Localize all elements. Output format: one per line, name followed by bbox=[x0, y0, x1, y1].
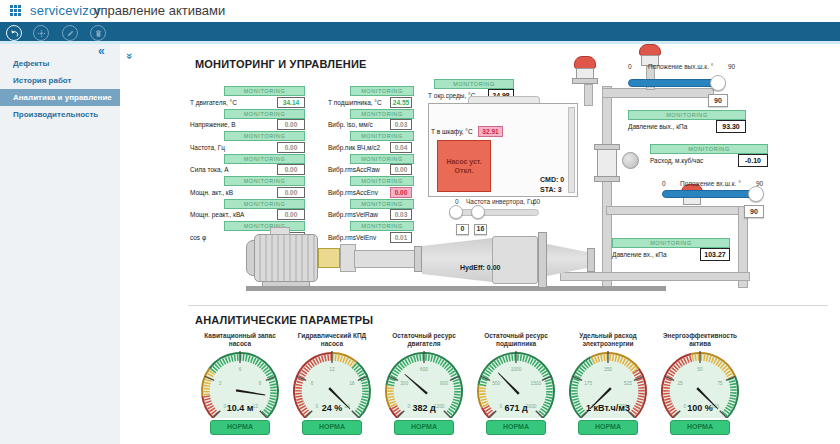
toolbar-strip bbox=[0, 41, 840, 44]
gauge-title: Остаточный ресурсдвигателя bbox=[378, 332, 470, 351]
pump-volute-cone bbox=[422, 238, 492, 282]
monitoring-label: Мощн. акт., кВ bbox=[190, 189, 233, 196]
gauge-title: Удельный расходэлектроэнергии bbox=[562, 332, 654, 351]
apps-grid-icon[interactable] bbox=[10, 5, 22, 17]
sidebar-collapse-icon[interactable]: « bbox=[98, 44, 105, 58]
monitoring-header: MONITORING bbox=[350, 221, 414, 231]
gauge-value: 100 % bbox=[687, 403, 713, 413]
in-pressure-block: MONITORING Давление вх., кПа 103.27 bbox=[612, 238, 730, 260]
gauge-title: Гидравлический КПДнасоса bbox=[286, 332, 378, 351]
monitoring-tile: MONITORINGНапряжение, В0.00 bbox=[190, 109, 305, 131]
inverter-setpoint-1[interactable]: 0 bbox=[456, 224, 469, 235]
cabinet-temp-label: Т в шкафу, °С bbox=[431, 128, 473, 135]
monitoring-label: Мощн. реакт., кВА bbox=[190, 211, 244, 218]
in-pressure-value: 103.27 bbox=[700, 248, 730, 261]
inverter-slider-track[interactable] bbox=[453, 209, 539, 216]
gauge-dial: 0255075100100 % bbox=[654, 351, 746, 431]
monitoring-header: MONITORING bbox=[224, 176, 305, 186]
monitoring-header: MONITORING bbox=[350, 199, 414, 209]
inverter-slider-knob-1[interactable] bbox=[449, 205, 463, 219]
svg-text:18: 18 bbox=[349, 381, 355, 386]
panel-collapse-icon[interactable]: » bbox=[124, 53, 136, 59]
monitoring-label: Напряжение, В bbox=[190, 121, 236, 128]
in-slider-min: 0 bbox=[662, 180, 666, 187]
monitoring-value: 0.00 bbox=[277, 164, 305, 175]
monitoring-column-vibration: MONITORINGТ подшипника, °С24.55MONITORIN… bbox=[328, 86, 412, 244]
cabinet-temp-row: Т в шкафу, °С 32.91 bbox=[431, 125, 503, 137]
out-slider-min: 0 bbox=[628, 63, 632, 70]
gauge-value: 1 кВт.ч/м3 bbox=[586, 403, 630, 413]
gauge-dial: 0612182424 % bbox=[286, 351, 378, 431]
monitoring-label: Вибр.rmsAccRaw bbox=[328, 166, 380, 173]
monitoring-tile: MONITORINGТ подшипника, °С24.55 bbox=[328, 86, 412, 108]
out-slider-value[interactable]: 90 bbox=[708, 94, 728, 107]
monitoring-value: 0.03 bbox=[390, 119, 412, 130]
monitoring-label: Вибр.rmsVelEnv bbox=[328, 234, 376, 241]
svg-text:0: 0 bbox=[683, 404, 686, 409]
monitoring-header: MONITORING bbox=[650, 144, 768, 154]
monitoring-header: MONITORING bbox=[350, 176, 414, 186]
inverter-label: Частота инвертора, Гц bbox=[466, 198, 534, 205]
monitoring-header: MONITORING bbox=[350, 109, 414, 119]
out-pressure-block: MONITORING Давление вых., кПа 93.30 bbox=[628, 110, 746, 132]
pump-shaft-tube bbox=[354, 250, 416, 268]
monitoring-value: 0.01 bbox=[390, 232, 412, 243]
gauge-2: Остаточный ресурсдвигателя03006009001200… bbox=[378, 332, 470, 435]
gauge-status-badge: НОРМА bbox=[670, 420, 730, 435]
gauge-value: 10.4 м bbox=[227, 403, 254, 413]
pipe-discharge-top bbox=[602, 88, 714, 98]
pump-flange-1 bbox=[414, 246, 422, 272]
pump-casing bbox=[492, 236, 538, 284]
app-window: servicevizor· управление активами Дефект… bbox=[0, 0, 840, 444]
electric-motor bbox=[254, 234, 318, 282]
monitoring-tile: MONITORINGМощн. акт., кВ0.00 bbox=[190, 176, 305, 198]
in-slider-label: Положение вх.ш.к. ° bbox=[680, 180, 741, 187]
motor-terminal-box bbox=[270, 227, 290, 235]
gauge-3: Остаточный ресурсподшипника0500100015002… bbox=[470, 332, 562, 435]
gauge-1: Гидравлический КПДнасоса0612182424 %НОРМ… bbox=[286, 332, 378, 435]
sidebar-item-1[interactable]: История работ bbox=[0, 72, 120, 89]
out-slider-track[interactable] bbox=[628, 79, 716, 87]
gauge-4: Удельный расходэлектроэнергии01753505257… bbox=[562, 332, 654, 435]
svg-text:500: 500 bbox=[492, 381, 500, 386]
monitoring-header: MONITORING bbox=[350, 154, 414, 164]
monitoring-label: Вибр.rmsVelRaw bbox=[328, 211, 378, 218]
monitoring-tile: MONITORINGВибр.rmsVelRaw0.03 bbox=[328, 199, 412, 221]
out-slider-max: 90 bbox=[728, 63, 735, 70]
sidebar: ДефектыИстория работАналитика и управлен… bbox=[0, 44, 120, 444]
in-slider-track[interactable] bbox=[662, 190, 754, 198]
edit-button[interactable] bbox=[62, 25, 78, 41]
inverter-setpoint-2[interactable]: 16 bbox=[474, 224, 487, 235]
inverter-slider-knob-2[interactable] bbox=[471, 205, 485, 219]
gauge-status-badge: НОРМА bbox=[486, 420, 546, 435]
back-button[interactable] bbox=[6, 25, 22, 41]
flow-label: Расход, м.куб/час bbox=[650, 157, 703, 164]
pump-status-alarm-box: Насос уст. Откл. bbox=[437, 140, 491, 192]
pipe-discharge-vertical bbox=[602, 86, 612, 288]
app-header: servicevizor· управление активами bbox=[0, 0, 840, 22]
motor-foot bbox=[262, 281, 310, 287]
monitoring-label: Сила тока, А bbox=[190, 166, 229, 173]
monitoring-label: Частота, Гц bbox=[190, 144, 225, 151]
in-slider-value[interactable]: 90 bbox=[744, 205, 764, 218]
gauge-status-badge: НОРМА bbox=[302, 420, 362, 435]
monitoring-tile: MONITORINGТ двигателя, °С34.14 bbox=[190, 86, 305, 108]
svg-text:175: 175 bbox=[584, 381, 592, 386]
monitoring-value: 0.03 bbox=[390, 209, 412, 220]
monitoring-header: MONITORING bbox=[224, 221, 305, 231]
in-pressure-label: Давление вх., кПа bbox=[612, 251, 667, 258]
pump-flange-3 bbox=[587, 248, 595, 272]
snapshot-button[interactable] bbox=[33, 25, 49, 41]
in-slider-knob[interactable] bbox=[748, 186, 764, 202]
sidebar-item-2[interactable]: Аналитика и управление bbox=[0, 89, 120, 106]
gauge-value: 671 д bbox=[504, 403, 528, 413]
flow-block: MONITORING Расход, м.куб/час -0.10 bbox=[650, 144, 768, 166]
svg-text:350: 350 bbox=[604, 367, 612, 372]
monitoring-tile: MONITORINGВибр.пик ВЧ,м/с20.04 bbox=[328, 131, 412, 153]
cabinet-temp-value: 32.91 bbox=[478, 126, 503, 137]
out-slider-knob[interactable] bbox=[710, 75, 726, 91]
pencil-icon bbox=[66, 29, 75, 38]
delete-button[interactable] bbox=[90, 25, 106, 41]
sidebar-item-3[interactable]: Производительность bbox=[0, 106, 120, 123]
pump-status-line2: Откл. bbox=[438, 166, 490, 175]
